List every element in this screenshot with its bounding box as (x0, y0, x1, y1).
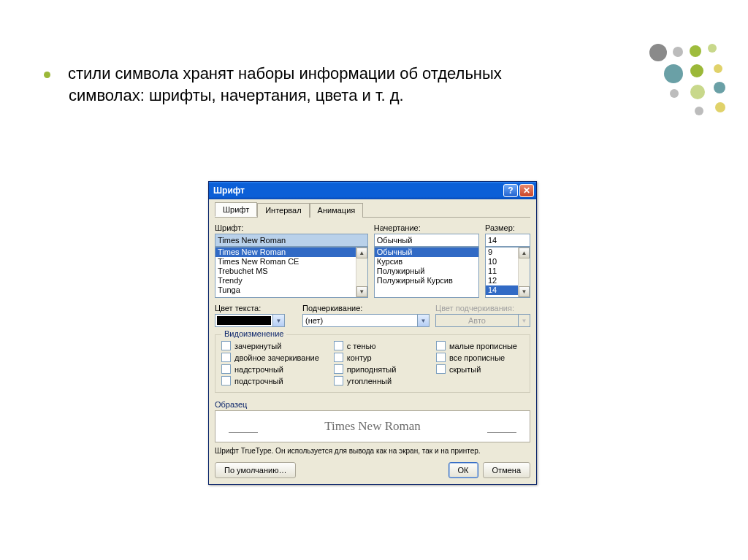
scrollbar[interactable]: ▲ ▼ (356, 248, 367, 297)
checkbox-icon[interactable] (436, 364, 446, 374)
checkbox-subscript[interactable]: подстрочный (221, 376, 319, 386)
scroll-up-icon[interactable]: ▲ (356, 248, 367, 258)
checkbox-superscript[interactable]: надстрочный (221, 364, 319, 374)
dialog-titlebar[interactable]: Шрифт ? ✕ (209, 182, 536, 199)
list-item[interactable]: Trebuchet MS (215, 266, 367, 276)
label-size: Размер: (485, 223, 530, 232)
list-item[interactable]: Times New Roman CE (215, 257, 367, 266)
tab-font[interactable]: Шрифт (215, 202, 257, 217)
sample-preview: Times New Roman (215, 410, 530, 442)
style-listbox[interactable]: Обычный Курсив Полужирный Полужирный Кур… (374, 247, 479, 298)
checkbox-icon[interactable] (436, 341, 446, 350)
underline-color-input (435, 314, 519, 327)
close-button[interactable]: ✕ (519, 184, 534, 197)
checkbox-icon[interactable] (221, 353, 231, 362)
ok-button[interactable]: ОК (449, 462, 478, 478)
effects-legend: Видоизменение (221, 329, 286, 338)
scroll-down-icon[interactable]: ▼ (356, 286, 367, 297)
slide-bullet: стили символа хранят наборы информации о… (44, 63, 570, 106)
checkbox-hidden[interactable]: скрытый (436, 364, 524, 374)
checkbox-icon[interactable] (334, 364, 343, 374)
sample-label: Образец (215, 400, 530, 409)
help-button[interactable]: ? (503, 184, 518, 197)
label-underline-color: Цвет подчеркивания: (435, 304, 530, 312)
scroll-up-icon[interactable]: ▲ (519, 248, 530, 258)
checkbox-emboss[interactable]: приподнятый (334, 364, 421, 374)
label-text-color: Цвет текста: (215, 304, 297, 312)
label-style: Начертание: (374, 223, 479, 232)
checkbox-engrave[interactable]: утопленный (334, 376, 421, 386)
label-font: Шрифт: (215, 223, 368, 232)
label-underline: Подчеркивание: (302, 304, 430, 312)
tab-animation[interactable]: Анимация (310, 203, 364, 218)
chevron-down-icon[interactable]: ▼ (418, 314, 430, 327)
checkbox-smallcaps[interactable]: малые прописные (436, 341, 524, 350)
dialog-title: Шрифт (213, 185, 245, 196)
checkbox-icon[interactable] (334, 341, 343, 350)
decorative-dots (620, 44, 737, 131)
checkbox-shadow[interactable]: с тенью (334, 341, 421, 350)
default-button[interactable]: По умолчанию… (215, 462, 296, 478)
size-input[interactable] (485, 234, 530, 247)
bullet-icon (44, 72, 50, 78)
scrollbar[interactable]: ▲ ▼ (518, 248, 530, 297)
checkbox-icon[interactable] (334, 353, 343, 362)
style-input[interactable] (374, 234, 479, 247)
truetype-hint: Шрифт TrueType. Он используется для выво… (215, 447, 530, 455)
checkbox-icon[interactable] (221, 341, 231, 350)
underline-input[interactable] (302, 314, 418, 327)
scroll-down-icon[interactable]: ▼ (519, 286, 530, 297)
list-item[interactable]: Курсив (375, 257, 478, 266)
checkbox-icon[interactable] (436, 353, 446, 362)
checkbox-double-strike[interactable]: двойное зачеркивание (221, 353, 319, 362)
checkbox-icon[interactable] (334, 376, 343, 386)
tab-interval[interactable]: Интервал (257, 203, 309, 218)
underline-combo[interactable]: ▼ (302, 314, 430, 327)
sample-text: Times New Roman (324, 419, 421, 434)
slide-text-content: стили символа хранят наборы информации о… (68, 64, 502, 104)
chevron-down-icon: ▼ (519, 314, 530, 327)
font-input[interactable] (215, 234, 368, 247)
tab-strip: Шрифт Интервал Анимация (215, 202, 530, 218)
size-listbox[interactable]: 9 10 11 12 14 ▲ ▼ (485, 247, 530, 298)
checkbox-icon[interactable] (221, 376, 231, 386)
list-item[interactable]: Обычный (375, 248, 478, 257)
checkbox-allcaps[interactable]: все прописные (436, 353, 524, 362)
text-color-combo[interactable]: ▼ (215, 314, 297, 327)
effects-groupbox: Видоизменение зачеркнутый двойное зачерк… (215, 334, 530, 393)
list-item[interactable]: Trendy (215, 276, 367, 285)
checkbox-outline[interactable]: контур (334, 353, 421, 362)
font-listbox[interactable]: Times New Roman Times New Roman CE Trebu… (215, 247, 368, 298)
chevron-down-icon[interactable]: ▼ (273, 314, 285, 327)
list-item[interactable]: Tunga (215, 285, 367, 295)
underline-color-combo: ▼ (435, 314, 530, 327)
cancel-button[interactable]: Отмена (483, 462, 530, 478)
list-item[interactable]: Полужирный (375, 266, 478, 276)
list-item[interactable]: Times New Roman (215, 248, 367, 257)
list-item[interactable]: Полужирный Курсив (375, 276, 478, 285)
checkbox-strikethrough[interactable]: зачеркнутый (221, 341, 319, 350)
font-dialog: Шрифт ? ✕ Шрифт Интервал Анимация Шрифт:… (208, 181, 537, 485)
checkbox-icon[interactable] (221, 364, 231, 374)
